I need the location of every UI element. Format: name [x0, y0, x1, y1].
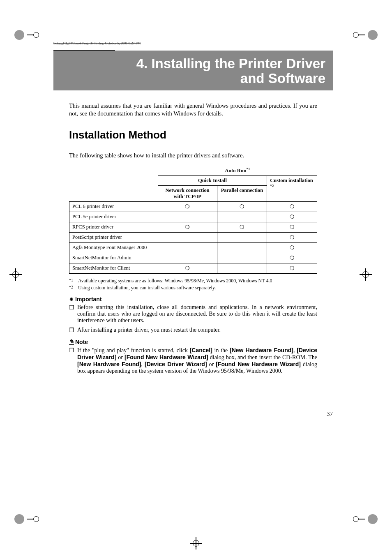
table-head-quick-install: Quick Install [158, 175, 267, 185]
table-row: PCL 6 printer driver ❍ ❍ ❍ [69, 201, 317, 212]
footnote2-text: Using custom installation, you can insta… [78, 285, 317, 291]
section-intro: The following table shows how to install… [69, 152, 317, 159]
pencil-icon: ✎ [69, 339, 74, 345]
table-row: Agfa Monotype Font Manager 2000 ❍ [69, 242, 317, 253]
chapter-title-line2: and Software [61, 71, 325, 86]
preamble-text: This manual assumes that you are familia… [69, 102, 317, 118]
table-row: PostScript printer driver ❍ [69, 232, 317, 242]
footnote1-mark: *1 [69, 278, 78, 284]
important-label: ⁕ Important [69, 296, 317, 302]
table-row: SmartNetMonitor for Admin ❍ [69, 253, 317, 263]
note-bullet: ❒ If the "plug and play" function is sta… [69, 347, 317, 374]
footnote1-text: Available operating systems are as follo… [78, 278, 317, 284]
table-row: SmartNetMonitor for Client ❍ ❍ [69, 263, 317, 273]
table-row: PCL 5e printer driver ❍ [69, 212, 317, 222]
chapter-title-line1: 4. Installing the Printer Driver [61, 56, 325, 71]
table-row: RPCS printer driver ❍ ❍ ❍ [69, 222, 317, 232]
section-heading: Installation Method [69, 129, 317, 141]
chapter-banner: 4. Installing the Printer Driver and Sof… [53, 51, 333, 90]
table-head-custom: Custom installation *2 [267, 175, 317, 201]
table-head-network: Network connection with TCP/IP [158, 185, 217, 201]
left-crosshair [12, 271, 19, 278]
page-number: 37 [327, 411, 333, 418]
important-bullet: ❒ After installing a printer driver, you… [69, 327, 317, 334]
table-head-autorun: Auto Run*1 [158, 165, 317, 175]
footnote2-mark: *2 [69, 285, 78, 291]
gear-icon: ⁕ [69, 296, 74, 302]
installation-table: Auto Run*1 Quick Install Custom installa… [69, 165, 317, 274]
note-label: ✎ Note [69, 339, 317, 345]
bottom-crosshair [193, 540, 199, 547]
table-head-parallel: Parallel connection [217, 185, 267, 201]
important-bullet: ❒ Before starting this installation, clo… [69, 304, 317, 324]
footnotes: *1 Available operating systems are as fo… [69, 278, 317, 291]
right-crosshair [362, 271, 369, 278]
book-page-info: Setup_F3_FM.book Page 37 Friday, October… [53, 41, 141, 45]
